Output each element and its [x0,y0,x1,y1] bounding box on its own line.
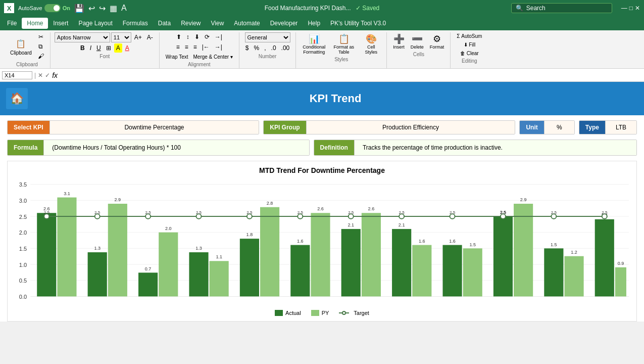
search-box[interactable]: 🔍 Search [511,3,612,13]
menu-page-layout[interactable]: Page Layout [73,18,117,29]
formula-input[interactable] [60,72,642,79]
italic-button[interactable]: I [88,43,93,53]
indent-left-button[interactable]: |← [200,42,212,52]
bar-nov-actual [544,248,563,296]
align-right-button[interactable]: ≡ [191,42,199,52]
font-name-select[interactable]: Aptos Narrow [55,32,110,42]
legend-actual-icon [275,310,283,316]
border-button[interactable]: ⊞ [104,43,113,53]
font-size-select[interactable]: 11 [111,32,131,42]
home-icon[interactable]: 🏠 [6,88,28,109]
align-top-button[interactable]: ⬆ [174,32,183,41]
svg-text:Mar-24: Mar-24 [140,300,156,301]
menu-home[interactable]: Home [22,18,48,29]
close-button[interactable]: ✕ [635,5,640,12]
cell-styles-button[interactable]: 🎨 Cell Styles [360,32,382,56]
bar-aug-actual [392,229,411,296]
legend-target: Target [339,310,369,316]
menu-automate[interactable]: Automate [229,18,265,29]
toolbar-icon-undo[interactable]: ↩ [88,4,95,13]
format-as-table-button[interactable]: 📋 Format as Table [330,32,358,56]
percent-button[interactable]: % [252,43,262,53]
indent-increase-button[interactable]: →| [213,32,224,41]
fill-color-button[interactable]: A [114,43,122,53]
comma-button[interactable]: , [262,43,268,53]
insert-function-icon[interactable]: fx [52,71,58,79]
wrap-text-button[interactable]: Wrap Text [164,53,190,61]
svg-text:Aug-24: Aug-24 [393,300,410,301]
cut-button[interactable]: ✂ [36,32,46,41]
underline-button[interactable]: U [94,43,103,53]
format-painter-button[interactable]: 🖌 [36,52,46,61]
currency-button[interactable]: $ [243,43,251,53]
svg-text:3.1: 3.1 [64,191,70,196]
menu-pk-utility[interactable]: PK's Utility Tool V3.0 [325,18,391,29]
align-center-button[interactable]: ≡ [183,42,190,52]
maximize-button[interactable]: □ [629,5,633,12]
ribbon-cells-group: ➕ Insert ➖ Delete ⚙ Format Cells [387,32,451,68]
svg-text:0.5: 0.5 [19,278,27,284]
toolbar-icon-grid[interactable]: ▦ [110,4,117,13]
svg-text:1.2: 1.2 [571,250,577,255]
saved-indicator: ✓ Saved [356,5,379,12]
type-group: Type LTB [579,120,637,134]
svg-text:May-24: May-24 [241,300,258,301]
fill-button[interactable]: ⬇ Fill [462,41,478,49]
svg-text:2.5: 2.5 [500,210,506,215]
format-button[interactable]: ⚙ Format [428,32,447,51]
select-kpi-value[interactable]: Downtime Percentage [49,121,259,134]
menu-formulas[interactable]: Formulas [118,18,153,29]
legend-actual-label: Actual [285,310,301,316]
number-format-select[interactable]: General [245,32,290,42]
title-bar: X AutoSave On 💾 ↩ ↪ ▦ A Food Manufacturi… [0,0,644,16]
clear-button[interactable]: 🗑 Clear [458,50,481,57]
menu-file[interactable]: File [2,18,22,29]
unit-value[interactable]: % [544,121,574,134]
insert-button[interactable]: ➕ Insert [391,32,407,51]
align-bottom-button[interactable]: ⬇ [192,32,202,41]
toolbar-icon-redo[interactable]: ↪ [99,4,106,13]
kpi-controls: Select KPI Downtime Percentage KPI Group… [0,115,644,140]
main-content: 🏠 KPI Trend Select KPI Downtime Percenta… [0,82,644,322]
cancel-formula-icon[interactable]: ✕ [38,72,43,79]
merge-center-button[interactable]: Merge & Center ▾ [191,53,234,61]
toolbar-icon-save[interactable]: 💾 [74,4,84,13]
formula-bar: | ✕ ✓ fx [0,69,644,82]
menu-insert[interactable]: Insert [48,18,73,29]
bold-button[interactable]: B [78,43,87,53]
confirm-formula-icon[interactable]: ✓ [45,72,50,79]
font-label: Font [55,54,155,60]
menu-view[interactable]: View [206,18,229,29]
font-size-increase-button[interactable]: A+ [132,33,144,42]
menu-developer[interactable]: Developer [265,18,303,29]
kpi-group-value[interactable]: Production Efficiency [306,121,515,134]
bar-feb-py [108,204,127,296]
indent-right-button[interactable]: →| [213,42,224,52]
toolbar-icon-font-color[interactable]: A [121,4,127,13]
minimize-button[interactable]: — [621,5,627,12]
legend-actual: Actual [275,310,301,316]
svg-text:1.1: 1.1 [216,255,222,260]
decimal-decrease-button[interactable]: .00 [279,43,292,53]
type-value[interactable]: LTB [605,121,636,134]
orientation-button[interactable]: ⟳ [203,32,212,41]
menu-help[interactable]: Help [303,18,325,29]
menu-data[interactable]: Data [153,18,176,29]
copy-button[interactable]: ⧉ [36,42,46,51]
menu-review[interactable]: Review [176,18,206,29]
conditional-formatting-button[interactable]: 📊 Conditional Formatting [300,32,328,56]
font-size-decrease-button[interactable]: A- [145,33,155,42]
clipboard-label: Clipboard [8,62,46,68]
bar-jan-py [57,198,76,297]
align-middle-button[interactable]: ↕ [184,32,191,41]
autosum-button[interactable]: Σ AutoSum [455,32,484,40]
decimal-increase-button[interactable]: .0 [269,43,278,53]
cell-reference-input[interactable] [2,71,32,79]
font-color-button[interactable]: A [123,43,131,53]
align-left-button[interactable]: ≡ [174,42,182,52]
svg-text:2.6: 2.6 [317,207,324,212]
paste-button[interactable]: 📋 Clipboard [8,37,34,57]
autosave-toggle[interactable] [44,4,61,12]
delete-button[interactable]: ➖ Delete [409,32,426,51]
bar-jan-actual [37,213,56,296]
